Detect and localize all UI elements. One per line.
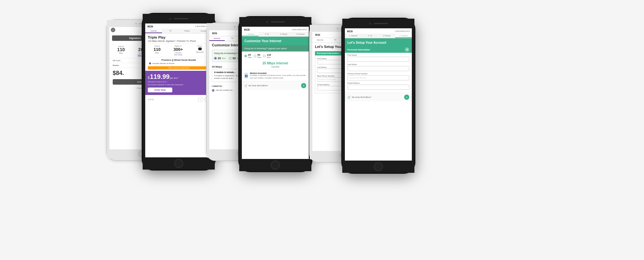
triple-play-content: RCN 1-800-RING-RCN Internet TV Phone Acc… — [145, 23, 212, 104]
tv-lineup-link[interactable]: See Lineup — [174, 54, 183, 56]
rcn-header: RCN 1-800-RING-RCN — [145, 23, 212, 29]
customize-header: Customize Your Internet — [242, 37, 309, 45]
features-row: Internet 110 Mbps Digital TV 300+ Channe… — [145, 43, 212, 57]
price-note1: See price in year 2 & 3 > — [148, 81, 210, 83]
radio-25[interactable] — [244, 55, 247, 57]
prev-page-arrow[interactable]: ‹ — [198, 97, 203, 102]
svg-text:RCN: RCN — [147, 25, 153, 28]
add-button[interactable]: + — [301, 83, 306, 88]
tab-internet[interactable]: 1. Internet — [242, 32, 259, 36]
email-label: Email Address — [347, 82, 409, 84]
email-field: Email Address — [347, 82, 409, 90]
tab-account[interactable]: 4. Account — [395, 34, 412, 38]
page-indicator: 1 of 11 — [148, 98, 154, 100]
rcn-logo-icon: RCN — [147, 24, 153, 28]
home-button[interactable] — [374, 162, 383, 171]
radio-25mbps[interactable] — [214, 57, 217, 60]
tab-phone[interactable]: 3. Phone — [378, 34, 395, 38]
front-camera-icon — [234, 26, 235, 28]
radio-110[interactable] — [263, 55, 266, 57]
group2-black-phone: RCN 1-800-RING-RCN 1. Internet 2. TV 3. … — [238, 16, 312, 172]
tab-internet[interactable]: Internet — [209, 36, 225, 41]
offer-expires-bar: Offer expires 10/30/2019 — [148, 66, 210, 70]
pagination-bar: 1 of 11 ‹ › — [145, 95, 212, 104]
svg-text:RCN: RCN — [315, 34, 320, 36]
front-camera — [169, 18, 171, 20]
add-button[interactable]: + — [404, 95, 409, 100]
tab-phone[interactable]: Phone — [179, 29, 195, 33]
rcn-top-header: RCN 1-800-RING-RCN — [345, 28, 412, 34]
section-close-button[interactable]: ✕ — [405, 47, 409, 52]
front-camera-icon — [135, 23, 137, 24]
tab-internet[interactable]: Internet — [312, 38, 328, 42]
phone-feat-sub: Nationwide — [196, 51, 204, 53]
front-camera — [266, 21, 268, 23]
nav-tabs: 1. Internet 2. TV 3. Phone 4. Account — [345, 34, 412, 38]
rcn-logo-svg: RCN — [347, 29, 353, 33]
tab-internet[interactable]: 1. Internet — [345, 34, 362, 38]
black-phone-bottom — [239, 159, 311, 171]
want-radio[interactable] — [212, 89, 214, 92]
bundle-dot-icon — [149, 62, 151, 64]
home-button[interactable] — [174, 159, 183, 168]
group3-black-phone: RCN 1-800-RING-RCN 1. Internet 2. TV 3. … — [341, 18, 415, 174]
svg-text:RCN: RCN — [244, 28, 250, 31]
rcn-logo-svg: RCN — [244, 28, 250, 31]
account-form: First Name Last Name Primary Phone Numbe… — [345, 53, 412, 93]
phone-number: 1-800-RING-RCN — [395, 30, 410, 32]
price-amount: 119.99 — [150, 73, 170, 80]
last-name-field: Last Name — [347, 63, 409, 71]
bundle-item: Includes Modem & Router — [145, 62, 212, 65]
tab-tv[interactable]: TV — [162, 29, 179, 33]
phone-input[interactable]: Example: 202-555-5555 — [347, 75, 409, 80]
modem-title: Modem Included — [250, 72, 306, 74]
speed-110[interactable]: 110 Mbps — [263, 53, 271, 58]
tab-tv[interactable]: TV — [328, 38, 343, 42]
group1-black-phone: RCN 1-800-RING-RCN Internet TV Phone Acc… — [142, 13, 216, 171]
triple-play-title: Triple Play — [145, 33, 212, 40]
last-name-label: Last Name — [347, 63, 409, 65]
phone-icon: ☎ — [196, 47, 204, 51]
speed-option-25[interactable]: 25 Mbps — [214, 57, 226, 60]
rcn-top-header: RCN 1-800-RING-RCN — [242, 27, 309, 32]
svg-text:RCN: RCN — [347, 30, 353, 33]
internet-unit: Mbps — [117, 52, 125, 54]
prev-arrow[interactable]: ‹ — [111, 28, 115, 32]
rcn-logo: RCN — [315, 33, 320, 36]
last-name-input[interactable] — [347, 66, 409, 71]
speed-25[interactable]: 25 Mbps — [244, 53, 252, 58]
black-phone-top — [239, 17, 311, 27]
tab-tv[interactable]: 2. TV — [259, 32, 275, 36]
setup-title: Let's Setup Your Account — [347, 41, 409, 44]
tv-feature: Digital TV 300+ Channels See Lineup — [174, 45, 183, 56]
email-input[interactable] — [347, 85, 409, 90]
customize-internet-black-screen: RCN 1-800-RING-RCN 1. Internet 2. TV 3. … — [242, 27, 309, 159]
tv-feat-val: 300+ — [174, 47, 183, 52]
radio-50[interactable] — [254, 55, 256, 57]
radio-50mbps[interactable] — [229, 57, 232, 60]
speed-50[interactable]: 50 Mbps — [254, 53, 261, 58]
cart-icon: 🛒 — [347, 96, 351, 99]
tab-phone[interactable]: 3. Phone — [275, 32, 292, 36]
setup-account-black-screen: RCN 1-800-RING-RCN 1. Internet 2. TV 3. … — [345, 28, 412, 161]
phone-number: 1-800-RING-RCN — [292, 29, 307, 31]
internet-feat-val: 110 — [154, 47, 161, 52]
rcn-logo: RCN — [347, 29, 353, 33]
first-name-input[interactable] — [347, 57, 409, 62]
rcn-logo: RCN — [244, 28, 250, 31]
order-now-button[interactable]: Order Now — [148, 88, 172, 92]
phone-feature: Phone ☎ Nationwide — [196, 45, 204, 56]
modem-row: 👥 Modem Included A modem is required for… — [242, 70, 309, 81]
tab-tv[interactable]: TV — [225, 36, 240, 41]
first-name-field: First Name — [347, 54, 409, 62]
tab-internet[interactable]: Internet — [145, 29, 162, 33]
internet-feature: Internet 110 Mbps — [154, 45, 161, 56]
price-period: per mo.* — [170, 77, 178, 79]
svg-text:RCN: RCN — [212, 32, 217, 34]
order-summary: 🛒 My Order $119.99/mo* — [244, 84, 268, 87]
first-name-label: First Name — [347, 54, 409, 56]
black-phone-bottom — [143, 157, 215, 170]
tab-account[interactable]: 4. Account — [292, 32, 309, 36]
home-button[interactable] — [271, 161, 280, 170]
tab-tv[interactable]: 2. TV — [362, 34, 378, 38]
